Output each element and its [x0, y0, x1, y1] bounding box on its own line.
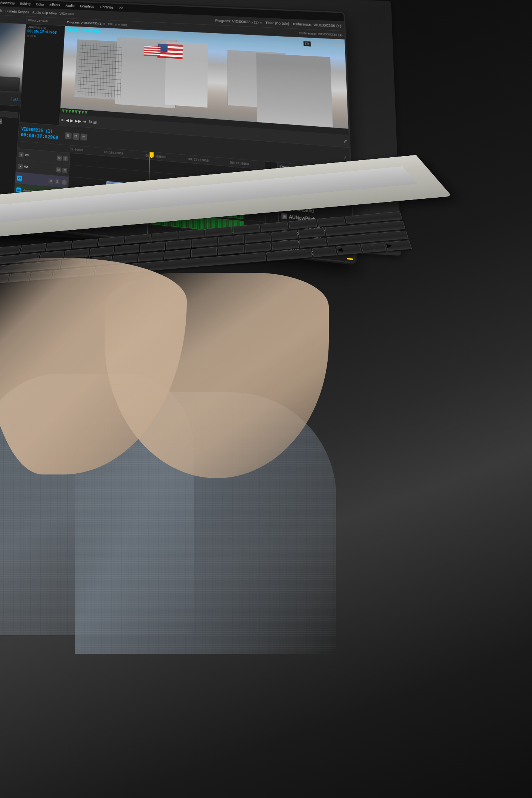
- ref-label: Reference: VIDEO0235 (1): [299, 31, 343, 37]
- sequence-info: VIDEO0235 (1) 00:00:17:02968 ◎ ⊡ ↻: [25, 24, 65, 41]
- key-m[interactable]: [218, 244, 244, 256]
- timeline-tool-3[interactable]: ✂: [80, 133, 87, 140]
- key-opt-r[interactable]: [312, 247, 337, 258]
- key-w[interactable]: [46, 241, 72, 251]
- menu-item-editing[interactable]: Editing: [20, 1, 31, 6]
- key-d[interactable]: [89, 246, 114, 257]
- key-t[interactable]: [124, 234, 151, 244]
- effect-icon-5: ⊞: [281, 213, 287, 219]
- program-monitor: Program: VIDEO0235 (1) ≡ Title: (no titl…: [59, 18, 349, 147]
- toolbar-ref-label: Reference: VIDEO0235 (1): [293, 22, 341, 28]
- toolbar-fx-label: Effect Controls: [0, 8, 3, 13]
- menu-item-graphics[interactable]: Graphics: [80, 4, 94, 9]
- toolbar-program-label: Program: VIDEO0235 (1) ≡: [215, 18, 262, 24]
- v2-sync-btn[interactable]: S: [62, 167, 67, 173]
- key-u[interactable]: [178, 229, 204, 240]
- v2-label: V2: [24, 165, 28, 169]
- fx-ctrl-icon1[interactable]: ◎: [27, 34, 30, 38]
- v2-lock-btn[interactable]: M: [56, 167, 61, 173]
- key-period[interactable]: [272, 240, 299, 251]
- key-h[interactable]: [166, 239, 191, 250]
- key-o[interactable]: [233, 224, 260, 235]
- v1-eye-btn[interactable]: V1: [17, 175, 22, 181]
- menu-item-audio[interactable]: Audio: [65, 4, 75, 8]
- v3-sync-btn[interactable]: S: [63, 156, 68, 161]
- effect-controls-panel: Effect Controls VIDEO0235 (1) 00:00:17:0…: [19, 16, 65, 125]
- v1-sync-btn[interactable]: S: [55, 179, 60, 184]
- key-j[interactable]: [192, 237, 217, 248]
- key-k[interactable]: [218, 235, 244, 246]
- toolbar-audioclip-label: Audio Clip Mixer: VIDEO02: [32, 10, 74, 16]
- v3-lock-btn[interactable]: M: [57, 155, 62, 161]
- effect-controls-title: Effect Controls: [28, 19, 49, 23]
- time-label-2: 00:16:22050: [104, 150, 124, 155]
- key-g[interactable]: [140, 242, 165, 253]
- a1-btn[interactable]: A1: [16, 187, 21, 193]
- title-label: Title: (no title): [108, 22, 127, 27]
- key-right[interactable]: ▶: [386, 240, 412, 251]
- marker-7: [81, 111, 84, 114]
- loop-btn[interactable]: ↻: [89, 119, 92, 124]
- hand-tool[interactable]: ✋: [0, 118, 2, 124]
- key-e[interactable]: [72, 238, 98, 249]
- key-comma[interactable]: [244, 242, 271, 253]
- time-label-4: 00:17:22050: [188, 157, 209, 163]
- key-i[interactable]: [205, 226, 232, 237]
- play-stop-btn[interactable]: ▶: [70, 118, 74, 123]
- key-p[interactable]: [260, 222, 288, 232]
- key-n[interactable]: [191, 247, 217, 258]
- key-l[interactable]: [244, 232, 271, 243]
- key-semicolon[interactable]: [271, 230, 298, 241]
- marker-8: [84, 111, 87, 115]
- key-updown[interactable]: ▲ ▼: [361, 242, 387, 254]
- step-fwd-btn[interactable]: ▶▶: [75, 118, 81, 123]
- v3-eye-btn[interactable]: ●: [19, 152, 24, 157]
- menu-item-effects[interactable]: Effects: [49, 3, 60, 7]
- menu-item-libraries[interactable]: Libraries: [100, 5, 114, 9]
- timeline-tool-1[interactable]: ⊠: [65, 132, 71, 139]
- safe-margins-btn[interactable]: ⊞: [93, 120, 96, 124]
- key-y[interactable]: [151, 231, 177, 242]
- v1-lock-btn[interactable]: M: [48, 178, 53, 184]
- menu-item-more[interactable]: >>: [119, 6, 124, 10]
- marker-2: [65, 109, 68, 113]
- key-b[interactable]: [164, 249, 190, 260]
- key-q[interactable]: [20, 243, 46, 254]
- key-bracket-l[interactable]: [288, 219, 317, 230]
- fx-ctrl-icon3[interactable]: ↻: [34, 35, 37, 38]
- mark-in-btn[interactable]: ⇤: [61, 117, 65, 122]
- time-label-1: 5:00000: [71, 148, 84, 152]
- key-r[interactable]: [98, 236, 124, 247]
- timeline-tool-2[interactable]: ⊡: [72, 133, 79, 140]
- key-f[interactable]: [114, 244, 139, 255]
- key-bracket-r[interactable]: [316, 216, 346, 227]
- mark-out-btn[interactable]: ⇥: [83, 119, 86, 124]
- full-scene: Learning Assembly Editing Color Effects …: [0, 0, 532, 798]
- key-slash[interactable]: [299, 237, 327, 248]
- menu-item-assembly[interactable]: Assembly: [0, 1, 15, 5]
- time-label-3: 00:17:00000: [145, 154, 166, 159]
- key-quote[interactable]: [298, 228, 325, 239]
- marker-6: [78, 110, 81, 114]
- marker-5: [75, 110, 78, 114]
- fx-ctrl-icon2[interactable]: ⊡: [30, 35, 33, 38]
- key-v[interactable]: [138, 251, 164, 262]
- in-out-markers: [62, 109, 87, 115]
- program-timecode-right: 00:01:17:25518: [315, 42, 343, 48]
- program-label: Program: VIDEO0235 (1) ≡: [67, 20, 105, 25]
- marker-4: [71, 110, 74, 114]
- sequence-timecode: 00:00:17:02968: [27, 29, 63, 35]
- marker-1: [62, 109, 65, 113]
- marker-3: [68, 109, 71, 113]
- v2-eye-btn[interactable]: ●: [18, 164, 23, 169]
- fullscreen-btn[interactable]: ⤢: [343, 138, 347, 143]
- step-back-btn[interactable]: ◀: [66, 118, 69, 123]
- toolbar-title-label: Title: (no title): [265, 21, 289, 26]
- zoom-display: Fit: [303, 41, 311, 46]
- v3-label: V3: [25, 153, 29, 157]
- v1-record-btn[interactable]: [62, 179, 67, 185]
- key-left[interactable]: ◀: [336, 245, 362, 256]
- toolbar-lumetri-label: Lumetri Scopes: [5, 9, 29, 14]
- menu-item-color[interactable]: Color: [36, 2, 44, 6]
- cursor-indicator: ↗: [343, 155, 347, 160]
